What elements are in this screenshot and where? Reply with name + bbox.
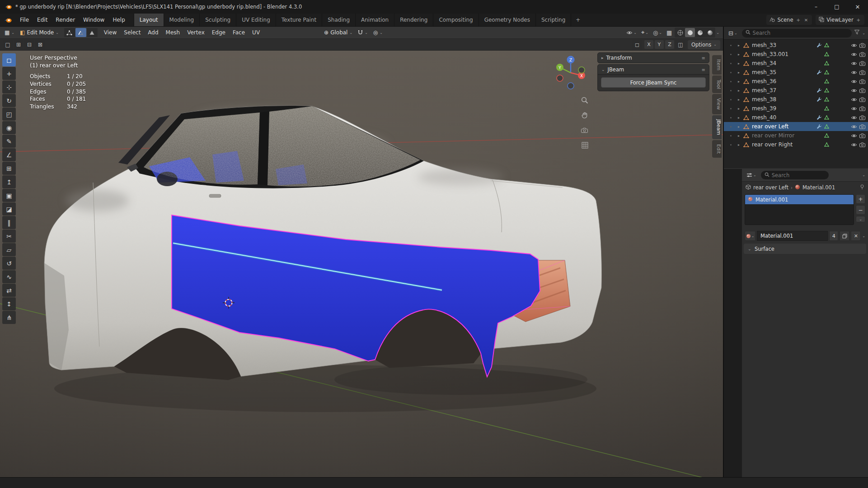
disclosure-arrow-icon[interactable]: ▸ [736,52,741,56]
new-scene-icon[interactable]: + [795,18,801,23]
snap-options-icon[interactable]: ◫ [676,40,685,49]
workspace-tab-texture-paint[interactable]: Texture Paint [276,14,322,26]
editor-type-button[interactable]: ▦⌄ [2,28,17,38]
viewport-menu-vertex[interactable]: Vertex [183,27,208,38]
outliner-editor-icon[interactable]: ⊟⌄ [727,28,739,38]
workspace-tab-geometry-nodes[interactable]: Geometry Nodes [479,14,535,26]
options-dropdown[interactable]: Options⌄ [688,40,720,49]
disable-render-icon[interactable] [859,97,866,102]
remove-slot-button[interactable]: − [856,205,865,215]
proportional-editing-toggle[interactable]: ◎⌄ [371,28,385,38]
camera-view-icon[interactable] [579,125,590,136]
unlink-material-icon[interactable]: ✕ [851,231,861,241]
poly-build-tool-icon[interactable]: ▱ [2,243,16,256]
measure-tool-icon[interactable]: ∠ [2,148,16,161]
navigation-gizmo[interactable]: Z Y X [550,52,591,93]
workspace-tab-layout[interactable]: Layout [134,14,164,26]
disclosure-arrow-icon[interactable]: ▸ [736,89,741,93]
sidebar-tab-item[interactable]: Item [712,55,722,75]
select-extend-icon[interactable]: ⊞ [14,40,23,49]
jbeam-panel-header[interactable]: ⌄JBeam≡ [597,64,709,75]
vertex-select-button[interactable] [64,28,75,37]
outliner-item-mesh-37[interactable]: ▸mesh_37 [724,86,868,95]
menu-file[interactable]: File [16,14,33,26]
viewport-menu-view[interactable]: View [100,27,120,38]
hide-eye-icon[interactable] [851,61,857,66]
outliner-item-rear-over-mirror[interactable]: ▸rear over Mirror [724,131,868,140]
disclosure-arrow-icon[interactable]: ▸ [736,134,741,138]
disable-render-icon[interactable] [859,142,866,147]
add-cube-tool-icon[interactable]: ⊞ [2,162,16,175]
workspace-tab-modeling[interactable]: Modeling [164,14,200,26]
workspace-tab-shading[interactable]: Shading [322,14,355,26]
workspace-tab-rendering[interactable]: Rendering [394,14,433,26]
smooth-tool-icon[interactable]: ∿ [2,270,16,283]
knife-tool-icon[interactable]: ✂ [2,230,16,243]
menu-edit[interactable]: Edit [33,14,52,26]
disable-render-icon[interactable] [859,88,866,93]
outliner-search[interactable] [742,29,852,38]
edge-slide-tool-icon[interactable]: ⇄ [2,284,16,297]
copy-material-icon[interactable] [840,231,849,241]
close-button[interactable]: ✕ [847,0,868,14]
outliner-item-mesh-34[interactable]: ▸mesh_34 [724,59,868,68]
viewlayer-selector[interactable]: ViewLayer + [816,15,864,25]
transform-tool-icon[interactable]: ◉ [2,121,16,134]
properties-search[interactable] [761,171,829,179]
workspace-tab-sculpting[interactable]: Sculpting [199,14,236,26]
transform-pivot-icon[interactable]: ◻ [632,40,642,49]
mirror-z-button[interactable]: Z [665,40,674,49]
sidebar-tab-jbeam[interactable]: JBeam [712,115,722,139]
outliner-item-rear-over-left[interactable]: ▸rear over Left [724,122,868,131]
disclosure-arrow-icon[interactable]: ▸ [736,70,741,75]
disclosure-arrow-icon[interactable]: ▸ [736,116,741,120]
breadcrumb-material[interactable]: Material.001 [802,184,835,191]
hide-eye-icon[interactable] [851,106,857,111]
filter-icon[interactable] [854,30,859,36]
outliner-item-mesh-40[interactable]: ▸mesh_40 [724,113,868,122]
hide-eye-icon[interactable] [851,97,857,102]
outliner-item-rear-over-right[interactable]: ▸rear over Right [724,140,868,149]
workspace-tab-animation[interactable]: Animation [355,14,394,26]
pin-icon[interactable] [860,184,864,191]
unlink-scene-icon[interactable]: ✕ [803,18,809,23]
outliner-item-mesh-38[interactable]: ▸mesh_38 [724,95,868,104]
maximize-button[interactable]: □ [826,0,847,14]
snap-toggle[interactable]: ⌄ [355,28,371,38]
pan-hand-icon[interactable] [579,110,590,121]
disclosure-arrow-icon[interactable]: ▸ [736,80,741,84]
disclosure-arrow-icon[interactable]: ▸ [736,125,741,129]
outliner-item-mesh-36[interactable]: ▸mesh_36 [724,77,868,86]
outliner-item-mesh-39[interactable]: ▸mesh_39 [724,104,868,113]
new-viewlayer-icon[interactable]: + [856,18,861,23]
disable-render-icon[interactable] [859,79,866,84]
disclosure-arrow-icon[interactable]: ▸ [736,43,741,47]
disclosure-arrow-icon[interactable]: ▸ [736,61,741,66]
surface-panel-header[interactable]: ⌄Surface [744,244,866,254]
extrude-region-tool-icon[interactable]: ↥ [2,175,16,188]
annotate-tool-icon[interactable]: ✎ [2,135,16,148]
hide-eye-icon[interactable] [851,43,857,48]
disable-render-icon[interactable] [859,133,866,138]
viewport-menu-edge[interactable]: Edge [208,27,229,38]
slot-specials-icon[interactable]: ⌄ [856,216,865,222]
add-slot-button[interactable]: + [856,194,865,204]
material-name-field[interactable]: Material.001 [757,231,828,241]
workspace-tab-uv-editing[interactable]: UV Editing [236,14,276,26]
hide-eye-icon[interactable] [851,52,857,57]
bevel-tool-icon[interactable]: ◪ [2,202,16,216]
mode-selector[interactable]: ◧Edit Mode⌄ [17,28,61,38]
add-workspace-button[interactable]: + [571,14,585,26]
show-visibility-dropdown[interactable]: ⌄ [624,28,638,38]
orthographic-toggle-icon[interactable] [579,140,590,150]
viewport-menu-add[interactable]: Add [144,27,162,38]
mirror-x-button[interactable]: X [644,40,653,49]
disclosure-arrow-icon[interactable]: ▸ [736,98,741,102]
hide-eye-icon[interactable] [851,88,857,93]
disable-render-icon[interactable] [859,61,866,66]
overlays-dropdown[interactable]: ◎⌄ [651,28,664,38]
workspace-tab-scripting[interactable]: Scripting [535,14,571,26]
sidebar-tab-view[interactable]: View [712,94,722,114]
workspace-tab-compositing[interactable]: Compositing [433,14,478,26]
cursor-tool-icon[interactable]: + [2,67,16,80]
